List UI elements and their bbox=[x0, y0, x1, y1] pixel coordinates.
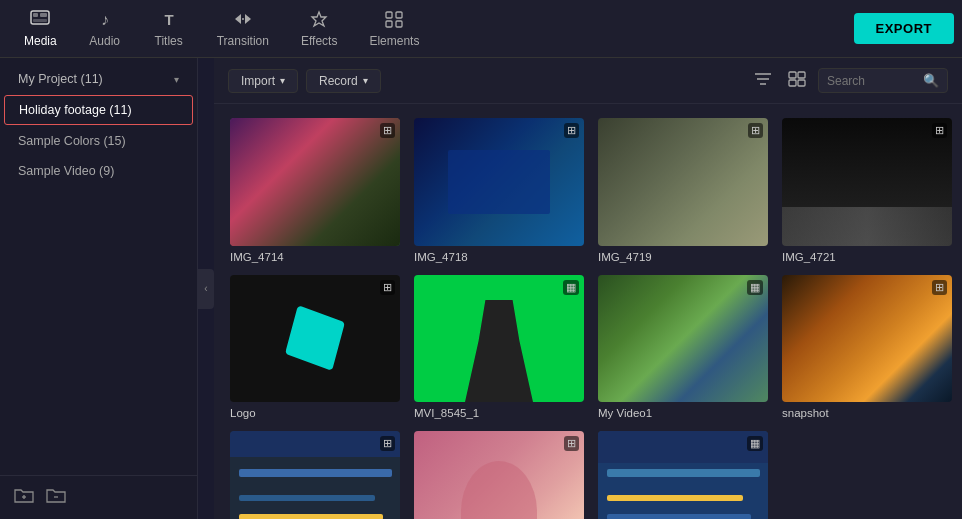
sidebar-item-sample-video[interactable]: Sample Video (9) bbox=[4, 157, 193, 185]
svg-rect-21 bbox=[798, 80, 805, 86]
list-item[interactable]: ⊞ IMG_4714 bbox=[230, 118, 400, 263]
media-thumbnail: ▦ bbox=[598, 275, 768, 403]
list-item[interactable]: ⊞ snapshot1 bbox=[230, 431, 400, 519]
media-type-badge: ⊞ bbox=[380, 280, 395, 295]
import-button[interactable]: Import ▾ bbox=[228, 69, 298, 93]
import-chevron-icon: ▾ bbox=[280, 75, 285, 86]
media-type-badge: ⊞ bbox=[564, 123, 579, 138]
media-thumbnail: ⊞ bbox=[598, 118, 768, 246]
media-label: MVI_8545_1 bbox=[414, 407, 584, 419]
list-item[interactable]: ⊞ IMG_4721 bbox=[782, 118, 952, 263]
svg-rect-19 bbox=[798, 72, 805, 78]
media-thumbnail: ⊞ ✓ bbox=[414, 431, 584, 519]
media-label: Logo bbox=[230, 407, 400, 419]
import-label: Import bbox=[241, 74, 275, 88]
media-thumbnail: ⊞ bbox=[414, 118, 584, 246]
list-item[interactable]: ⊞ snapshot bbox=[782, 275, 952, 420]
media-type-badge: ▦ bbox=[563, 280, 579, 295]
sidebar-item-my-project-label: My Project (11) bbox=[18, 72, 103, 86]
record-button[interactable]: Record ▾ bbox=[306, 69, 381, 93]
filter-icon[interactable] bbox=[750, 67, 776, 95]
svg-rect-8 bbox=[386, 12, 392, 18]
media-label: IMG_4718 bbox=[414, 251, 584, 263]
svg-rect-2 bbox=[40, 13, 47, 17]
remove-folder-icon[interactable] bbox=[46, 486, 66, 509]
chevron-down-icon: ▾ bbox=[174, 74, 179, 85]
list-item[interactable]: ⊞ Logo bbox=[230, 275, 400, 420]
sidebar-item-my-project[interactable]: My Project (11) ▾ bbox=[4, 65, 193, 93]
add-folder-icon[interactable] bbox=[14, 486, 34, 509]
list-item[interactable]: ⊞ IMG_4718 bbox=[414, 118, 584, 263]
svg-text:T: T bbox=[164, 11, 173, 28]
media-grid: ⊞ IMG_4714 ⊞ IMG_4718 ⊞ IMG_4719 bbox=[214, 104, 962, 519]
record-label: Record bbox=[319, 74, 358, 88]
sidebar-item-holiday-footage[interactable]: Holiday footage (11) bbox=[4, 95, 193, 125]
media-thumbnail: ⊞ bbox=[230, 275, 400, 403]
media-type-badge: ⊞ bbox=[932, 280, 947, 295]
svg-text:♪: ♪ bbox=[101, 11, 109, 28]
top-nav: Media ♪ Audio T Titles Transition bbox=[0, 0, 962, 58]
media-thumbnail: ⊞ bbox=[230, 118, 400, 246]
svg-rect-9 bbox=[396, 12, 402, 18]
search-input[interactable] bbox=[827, 74, 917, 88]
media-label: IMG_4719 bbox=[598, 251, 768, 263]
elements-icon bbox=[384, 10, 404, 31]
content-area: Import ▾ Record ▾ bbox=[214, 58, 962, 519]
media-label: snapshot bbox=[782, 407, 952, 419]
media-type-badge: ⊞ bbox=[380, 436, 395, 451]
media-label: IMG_4714 bbox=[230, 251, 400, 263]
media-thumbnail: ⊞ bbox=[782, 118, 952, 246]
nav-elements-label: Elements bbox=[369, 34, 419, 48]
media-type-badge: ▦ bbox=[747, 280, 763, 295]
svg-rect-0 bbox=[31, 11, 49, 24]
list-item[interactable]: ⊞ IMG_4719 bbox=[598, 118, 768, 263]
svg-marker-7 bbox=[312, 12, 326, 26]
nav-audio[interactable]: ♪ Audio bbox=[73, 4, 137, 54]
media-type-badge: ⊞ bbox=[564, 436, 579, 451]
nav-effects[interactable]: Effects bbox=[285, 4, 353, 54]
media-type-badge: ⊞ bbox=[932, 123, 947, 138]
titles-icon: T bbox=[160, 10, 178, 31]
media-thumbnail: ▦ bbox=[598, 431, 768, 519]
media-label: IMG_4721 bbox=[782, 251, 952, 263]
record-chevron-icon: ▾ bbox=[363, 75, 368, 86]
list-item[interactable]: ▦ VID_20181217_165508 bbox=[598, 431, 768, 519]
nav-effects-label: Effects bbox=[301, 34, 337, 48]
grid-view-icon[interactable] bbox=[784, 67, 810, 95]
media-type-badge: ▦ bbox=[747, 436, 763, 451]
export-button[interactable]: EXPORT bbox=[854, 13, 954, 44]
main-area: My Project (11) ▾ Holiday footage (11) S… bbox=[0, 58, 962, 519]
content-toolbar: Import ▾ Record ▾ bbox=[214, 58, 962, 104]
list-item[interactable]: ▦ My Video1 bbox=[598, 275, 768, 420]
sidebar-item-holiday-footage-label: Holiday footage (11) bbox=[19, 103, 132, 117]
nav-media[interactable]: Media bbox=[8, 4, 73, 54]
list-item[interactable]: ⊞ ✓ Stocksy_txpfd042cd3EA... bbox=[414, 431, 584, 519]
search-icon[interactable]: 🔍 bbox=[923, 73, 939, 88]
sidebar-footer bbox=[0, 475, 197, 519]
svg-rect-18 bbox=[789, 72, 796, 78]
media-thumbnail: ▦ bbox=[414, 275, 584, 403]
nav-elements[interactable]: Elements bbox=[353, 4, 435, 54]
transition-icon bbox=[233, 10, 253, 31]
effects-icon bbox=[309, 10, 329, 31]
media-type-badge: ⊞ bbox=[380, 123, 395, 138]
audio-icon: ♪ bbox=[96, 10, 114, 31]
media-type-badge: ⊞ bbox=[748, 123, 763, 138]
sidebar-item-sample-colors-label: Sample Colors (15) bbox=[18, 134, 126, 148]
svg-rect-20 bbox=[789, 80, 796, 86]
sidebar-item-sample-colors[interactable]: Sample Colors (15) bbox=[4, 127, 193, 155]
nav-titles-label: Titles bbox=[155, 34, 183, 48]
svg-rect-11 bbox=[396, 21, 402, 27]
nav-titles[interactable]: T Titles bbox=[137, 4, 201, 54]
media-icon bbox=[30, 10, 50, 31]
nav-transition-label: Transition bbox=[217, 34, 269, 48]
media-thumbnail: ⊞ bbox=[230, 431, 400, 519]
media-thumbnail: ⊞ bbox=[782, 275, 952, 403]
list-item[interactable]: ▦ MVI_8545_1 bbox=[414, 275, 584, 420]
media-label: My Video1 bbox=[598, 407, 768, 419]
search-box: 🔍 bbox=[818, 68, 948, 93]
sidebar-collapse-arrow[interactable]: ‹ bbox=[198, 269, 214, 309]
svg-rect-1 bbox=[33, 13, 38, 17]
nav-audio-label: Audio bbox=[89, 34, 120, 48]
nav-transition[interactable]: Transition bbox=[201, 4, 285, 54]
